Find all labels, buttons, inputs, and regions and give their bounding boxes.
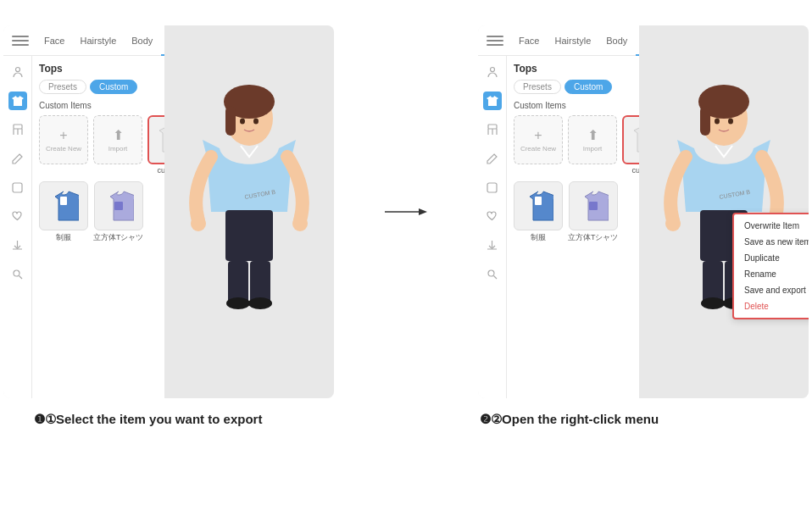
panel-2: Face Hairstyle Body Outfit Accessories L… xyxy=(478,25,809,398)
svg-rect-13 xyxy=(228,261,248,303)
svg-rect-25 xyxy=(535,197,542,205)
svg-rect-23 xyxy=(487,183,497,192)
sidebar-icon-download-2[interactable] xyxy=(483,236,502,254)
preset-item-seifuku-2[interactable]: 制服 xyxy=(514,181,563,243)
preset-item-inner-seifuku-1 xyxy=(39,181,88,230)
sidebar-icon-pencil[interactable] xyxy=(8,149,27,168)
custom-tab-1[interactable]: Custom xyxy=(90,80,137,94)
sidebar-icon-download[interactable] xyxy=(8,236,27,254)
sidebar-icon-pencil-2[interactable] xyxy=(483,149,502,168)
preset-item-inner-cube-tshirt-1 xyxy=(94,181,143,230)
sidebar-icon-person-2[interactable] xyxy=(483,63,502,81)
sidebar-icon-pants[interactable] xyxy=(8,120,27,139)
svg-point-3 xyxy=(14,270,19,276)
svg-rect-26 xyxy=(589,202,598,210)
sidebar-icon-shirt[interactable] xyxy=(8,92,27,110)
preset-label-cube-tshirt-1: 立方体Tシャツ xyxy=(93,232,144,243)
svg-point-24 xyxy=(488,270,494,276)
import-button-2[interactable]: ⬆ Import xyxy=(568,115,617,164)
svg-point-17 xyxy=(240,119,245,125)
step-number-2: ❷ xyxy=(480,412,491,426)
ui-frame-2: Face Hairstyle Body Outfit Accessories L… xyxy=(478,25,809,398)
context-delete[interactable]: Delete xyxy=(734,298,809,314)
svg-rect-14 xyxy=(250,261,270,303)
preset-label-seifuku-2: 制服 xyxy=(531,232,546,243)
svg-point-10 xyxy=(191,216,206,231)
context-duplicate[interactable]: Duplicate xyxy=(734,250,809,266)
step-label-1: ❶①Select the item you want to export xyxy=(34,412,332,427)
hamburger-icon-1[interactable] xyxy=(12,32,29,49)
nav-tab-body-2[interactable]: Body xyxy=(599,25,634,56)
svg-rect-1 xyxy=(14,125,22,129)
nav-tab-body-1[interactable]: Body xyxy=(125,25,159,56)
bottom-labels: ❶①Select the item you want to export ❷②O… xyxy=(0,398,812,427)
arrow-icon xyxy=(385,205,427,219)
sidebar-icons-2 xyxy=(478,56,507,398)
nav-tab-face-2[interactable]: Face xyxy=(512,25,546,56)
context-save-as-new-item[interactable]: Save as new item xyxy=(734,234,809,250)
nav-tab-face-1[interactable]: Face xyxy=(37,25,71,56)
nav-tab-hairstyle-2[interactable]: Hairstyle xyxy=(548,25,598,56)
create-new-button-2[interactable]: + Create New xyxy=(514,115,563,164)
sidebar-icon-pants-2[interactable] xyxy=(483,120,502,139)
svg-rect-5 xyxy=(114,202,123,210)
content-area-1: Tops Presets Custom Custom Items + Creat… xyxy=(3,56,334,398)
nav-tab-hairstyle-1[interactable]: Hairstyle xyxy=(73,25,123,56)
avatar-area-1: CUSTOM B xyxy=(164,56,334,398)
preset-item-cube-tshirt-2[interactable]: 立方体Tシャツ xyxy=(568,181,619,243)
svg-rect-8 xyxy=(225,106,236,136)
presets-tab-2[interactable]: Presets xyxy=(514,80,561,94)
preset-item-cube-tshirt-1[interactable]: 立方体Tシャツ xyxy=(93,181,144,243)
preset-label-cube-tshirt-2: 立方体Tシャツ xyxy=(568,232,619,243)
avatar-svg-1: CUSTOM B xyxy=(173,56,325,373)
svg-point-11 xyxy=(292,216,308,231)
presets-tab-1[interactable]: Presets xyxy=(39,80,86,94)
svg-point-0 xyxy=(15,68,19,72)
svg-point-15 xyxy=(226,297,250,309)
sidebar-icon-magnify[interactable] xyxy=(8,264,27,283)
import-icon-2: ⬆ xyxy=(587,127,598,143)
svg-point-31 xyxy=(665,216,681,231)
preset-item-seifuku-1[interactable]: 制服 xyxy=(39,181,88,243)
create-new-button-1[interactable]: + Create New xyxy=(39,115,88,164)
context-save-export[interactable]: Save and export custom item xyxy=(734,282,809,298)
content-area-2: Tops Presets Custom Custom Items + Creat… xyxy=(478,56,809,398)
context-rename[interactable]: Rename xyxy=(734,266,809,282)
step-number-1: ❶ xyxy=(34,412,45,426)
svg-rect-29 xyxy=(700,106,710,136)
panel-1: Face Hairstyle Body Outfit Accessories L… xyxy=(3,25,334,398)
step-label-2: ❷②Open the right-click menu xyxy=(480,412,778,427)
ui-frame-1: Face Hairstyle Body Outfit Accessories L… xyxy=(3,25,334,398)
svg-point-21 xyxy=(490,68,494,72)
preset-item-inner-seifuku-2 xyxy=(514,181,563,230)
sidebar-icon-square-2[interactable] xyxy=(483,178,502,197)
svg-marker-20 xyxy=(419,208,427,215)
custom-tab-2[interactable]: Custom xyxy=(565,80,612,94)
svg-point-38 xyxy=(715,119,720,125)
create-new-label-1: Create New xyxy=(46,145,81,153)
plus-icon-2: + xyxy=(534,128,542,143)
sidebar-icon-shirt-2[interactable] xyxy=(483,92,502,110)
main-container: Face Hairstyle Body Outfit Accessories L… xyxy=(0,0,812,398)
svg-rect-4 xyxy=(60,197,67,205)
context-overwrite-item[interactable]: Overwrite Item xyxy=(734,218,809,234)
hamburger-icon-2[interactable] xyxy=(487,32,503,49)
preset-label-seifuku-1: 制服 xyxy=(56,232,71,243)
svg-point-36 xyxy=(701,297,725,309)
sidebar-icon-heart[interactable] xyxy=(8,207,27,225)
svg-rect-2 xyxy=(13,183,22,192)
import-label-1: Import xyxy=(108,145,128,153)
svg-point-18 xyxy=(253,119,259,125)
sidebar-icons-1 xyxy=(3,56,32,398)
svg-rect-34 xyxy=(703,261,723,303)
sidebar-icon-heart-2[interactable] xyxy=(483,207,502,225)
sidebar-icon-square[interactable] xyxy=(8,178,27,197)
import-button-1[interactable]: ⬆ Import xyxy=(93,115,142,164)
preset-item-inner-cube-tshirt-2 xyxy=(569,181,618,230)
svg-point-16 xyxy=(248,297,272,309)
import-icon-1: ⬆ xyxy=(113,127,124,143)
svg-rect-12 xyxy=(225,210,273,261)
arrow-container xyxy=(385,25,427,398)
sidebar-icon-person[interactable] xyxy=(8,63,27,81)
sidebar-icon-magnify-2[interactable] xyxy=(483,264,502,283)
